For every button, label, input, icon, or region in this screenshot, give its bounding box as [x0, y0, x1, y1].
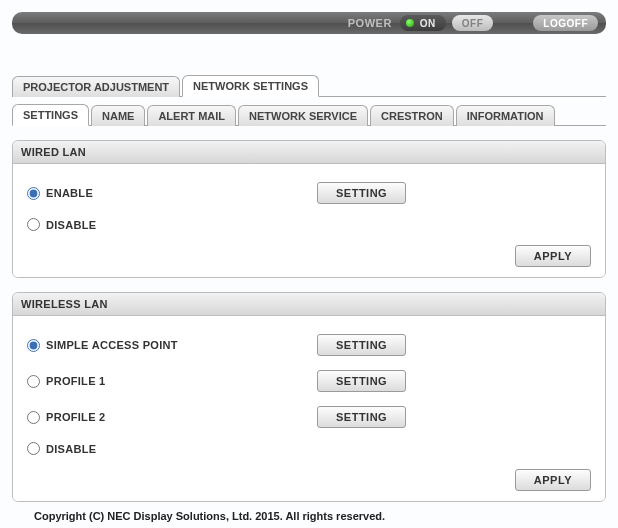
wired-disable-radio[interactable] [27, 218, 40, 231]
wireless-sap-setting-button[interactable]: SETTING [317, 334, 406, 356]
power-off-button[interactable]: OFF [452, 15, 494, 31]
tab-network-settings[interactable]: NETWORK SETTINGS [182, 75, 319, 97]
tab-crestron[interactable]: CRESTRON [370, 105, 454, 126]
wired-disable-label: DISABLE [46, 219, 96, 231]
wired-enable-radio[interactable] [27, 187, 40, 200]
tab-alert-mail[interactable]: ALERT MAIL [147, 105, 236, 126]
tab-information[interactable]: INFORMATION [456, 105, 555, 126]
power-on-button[interactable]: ON [400, 15, 446, 31]
tab-network-service[interactable]: NETWORK SERVICE [238, 105, 368, 126]
wireless-profile2-radio[interactable] [27, 411, 40, 424]
wireless-sap-radio[interactable] [27, 339, 40, 352]
wireless-profile1-label: PROFILE 1 [46, 375, 106, 387]
wireless-lan-panel: WIRELESS LAN SIMPLE ACCESS POINT SETTING… [12, 292, 606, 502]
tab-settings[interactable]: SETTINGS [12, 104, 89, 126]
wireless-profile1-radio[interactable] [27, 375, 40, 388]
power-label: POWER [348, 17, 392, 29]
wireless-disable-radio[interactable] [27, 442, 40, 455]
copyright-footer: Copyright (C) NEC Display Solutions, Ltd… [12, 510, 606, 522]
logoff-button[interactable]: LOGOFF [533, 15, 598, 31]
wireless-lan-title: WIRELESS LAN [13, 293, 605, 316]
wireless-apply-button[interactable]: APPLY [515, 469, 591, 491]
tab-name[interactable]: NAME [91, 105, 145, 126]
wired-setting-button[interactable]: SETTING [317, 182, 406, 204]
wired-apply-button[interactable]: APPLY [515, 245, 591, 267]
wired-enable-label: ENABLE [46, 187, 93, 199]
wireless-profile2-setting-button[interactable]: SETTING [317, 406, 406, 428]
main-tabs: PROJECTOR ADJUSTMENT NETWORK SETTINGS [12, 74, 606, 97]
wireless-profile1-setting-button[interactable]: SETTING [317, 370, 406, 392]
wired-lan-panel: WIRED LAN ENABLE SETTING DISABLE APPLY [12, 140, 606, 278]
wired-lan-title: WIRED LAN [13, 141, 605, 164]
tab-projector-adjustment[interactable]: PROJECTOR ADJUSTMENT [12, 76, 180, 97]
wireless-profile2-label: PROFILE 2 [46, 411, 106, 423]
wireless-sap-label: SIMPLE ACCESS POINT [46, 339, 178, 351]
wireless-disable-label: DISABLE [46, 443, 96, 455]
top-status-bar: POWER ON OFF LOGOFF [12, 12, 606, 34]
sub-tabs: SETTINGS NAME ALERT MAIL NETWORK SERVICE… [12, 103, 606, 126]
